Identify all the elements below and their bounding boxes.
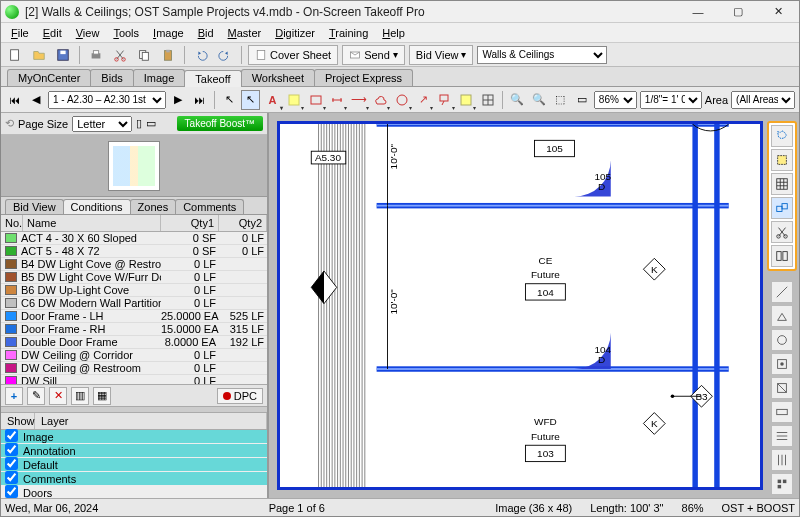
menu-view[interactable]: View <box>70 25 106 41</box>
cut-icon[interactable] <box>110 45 130 65</box>
col-no[interactable]: No. <box>1 215 23 231</box>
condition-row[interactable]: DW Ceiling @ Corridor0 LF <box>1 349 267 362</box>
menu-edit[interactable]: Edit <box>37 25 68 41</box>
menu-help[interactable]: Help <box>376 25 411 41</box>
rows-icon[interactable] <box>771 425 793 447</box>
backout-icon[interactable] <box>771 353 793 375</box>
page-size-select[interactable]: Letter <box>72 116 132 132</box>
area-select[interactable]: (All Areas) <box>731 91 795 109</box>
zoom-out-icon[interactable]: 🔍 <box>529 90 548 110</box>
compare-icon[interactable] <box>771 245 793 267</box>
condition-row[interactable]: DW Ceiling @ Restroom0 LF <box>1 362 267 375</box>
arrow-icon[interactable]: ↗▾ <box>414 90 433 110</box>
first-page-icon[interactable]: ⏮ <box>5 90 24 110</box>
add-button[interactable]: + <box>5 387 23 405</box>
callout-icon[interactable]: ▾ <box>435 90 454 110</box>
lasso-icon[interactable] <box>771 125 793 147</box>
col-layer[interactable]: Layer <box>35 413 267 429</box>
tab-bids[interactable]: Bids <box>90 69 133 86</box>
menu-training[interactable]: Training <box>323 25 374 41</box>
orient-landscape-icon[interactable]: ▭ <box>146 117 156 130</box>
layer-row[interactable]: Doors <box>1 486 267 498</box>
drawing-canvas[interactable]: A5.3010'-0"10'-0"105CEFuture104WFDFuture… <box>277 121 763 490</box>
page-thumbnail[interactable] <box>108 141 160 191</box>
paste-icon[interactable] <box>158 45 178 65</box>
save-icon[interactable] <box>53 45 73 65</box>
copy-icon[interactable] <box>134 45 154 65</box>
condition-row[interactable]: B6 DW Up-Light Cove0 LF <box>1 284 267 297</box>
link-icon[interactable]: ⟶▾ <box>349 90 368 110</box>
orient-portrait-icon[interactable]: ▯ <box>136 117 142 130</box>
select-icon[interactable]: ↖ <box>241 90 260 110</box>
panel-tab-bid-view[interactable]: Bid View <box>5 199 64 214</box>
linear-icon[interactable] <box>771 281 793 303</box>
layer-row[interactable]: Comments <box>1 472 267 486</box>
rect-count-icon[interactable] <box>771 401 793 423</box>
page-select[interactable]: 1 - A2.30 – A2.30 1st Floo <box>48 91 166 109</box>
menu-master[interactable]: Master <box>222 25 268 41</box>
panel-tab-comments[interactable]: Comments <box>175 199 244 214</box>
layer-row[interactable]: Image <box>1 430 267 444</box>
prev-page-icon[interactable]: ◀ <box>27 90 46 110</box>
edit-button[interactable]: ✎ <box>27 387 45 405</box>
tab-project express[interactable]: Project Express <box>314 69 413 86</box>
project-dropdown[interactable]: Walls & Ceilings <box>477 46 607 64</box>
dimension-icon[interactable]: ▾ <box>328 90 347 110</box>
condition-row[interactable]: ACT 4 - 30 X 60 Sloped0 SF0 LF <box>1 232 267 245</box>
highlight-icon[interactable]: ▾ <box>285 90 304 110</box>
cols-icon[interactable] <box>771 449 793 471</box>
menu-bid[interactable]: Bid <box>192 25 220 41</box>
open-icon[interactable] <box>29 45 49 65</box>
col-qty1[interactable]: Qty1 <box>161 215 219 231</box>
redo-icon[interactable] <box>215 45 235 65</box>
col-qty2[interactable]: Qty2 <box>219 215 267 231</box>
layer-row[interactable]: Annotation <box>1 444 267 458</box>
undo-icon[interactable] <box>191 45 211 65</box>
similar-icon[interactable] <box>771 197 793 219</box>
layer-checkbox[interactable] <box>5 457 18 470</box>
condition-row[interactable]: ACT 5 - 48 X 720 SF0 LF <box>1 245 267 258</box>
maximize-button[interactable]: ▢ <box>721 2 755 22</box>
close-button[interactable]: ✕ <box>761 2 795 22</box>
condition-row[interactable]: Door Frame - RH15.0000 EA315 LF <box>1 323 267 336</box>
layer-checkbox[interactable] <box>5 471 18 484</box>
zoom-fit-icon[interactable]: ⬚ <box>551 90 570 110</box>
col-name[interactable]: Name <box>23 215 161 231</box>
zoom-select[interactable]: 86% <box>594 91 637 109</box>
last-page-icon[interactable]: ⏭ <box>191 90 210 110</box>
takeoff-boost-button[interactable]: Takeoff Boost™ <box>177 116 263 131</box>
condition-row[interactable]: C6 DW Modern Wall Partition0 LF <box>1 297 267 310</box>
zoom-window-icon[interactable]: ▭ <box>572 90 591 110</box>
tab-myoncenter[interactable]: MyOnCenter <box>7 69 91 86</box>
menu-tools[interactable]: Tools <box>107 25 145 41</box>
tab-worksheet[interactable]: Worksheet <box>241 69 315 86</box>
menu-digitizer[interactable]: Digitizer <box>269 25 321 41</box>
menu-file[interactable]: File <box>5 25 35 41</box>
condition-row[interactable]: B5 DW Light Cove W/Furr Down0 LF <box>1 271 267 284</box>
layer-row[interactable]: Default <box>1 458 267 472</box>
cloud-icon[interactable]: ▾ <box>371 90 390 110</box>
panel-tab-zones[interactable]: Zones <box>130 199 177 214</box>
zoom-in-icon[interactable]: 🔍 <box>508 90 527 110</box>
cover-sheet-button[interactable]: Cover Sheet <box>248 45 338 65</box>
layer-checkbox[interactable] <box>5 485 18 498</box>
send-button[interactable]: Send ▾ <box>342 45 405 65</box>
more-icon[interactable] <box>771 473 793 495</box>
bid-view-button[interactable]: Bid View ▾ <box>409 45 474 65</box>
pointer-icon[interactable]: ↖ <box>220 90 239 110</box>
shape-rect-icon[interactable]: ▾ <box>306 90 325 110</box>
scissors-icon[interactable] <box>771 221 793 243</box>
tab-takeoff[interactable]: Takeoff <box>184 70 241 87</box>
condition-row[interactable]: Double Door Frame8.0000 EA192 LF <box>1 336 267 349</box>
condition-row[interactable]: Door Frame - LH25.0000 EA525 LF <box>1 310 267 323</box>
print-icon[interactable] <box>86 45 106 65</box>
next-page-icon[interactable]: ▶ <box>169 90 188 110</box>
count-icon[interactable] <box>771 329 793 351</box>
more2-icon[interactable] <box>771 497 793 498</box>
layer-checkbox[interactable] <box>5 443 18 456</box>
text-tool-icon[interactable]: A▾ <box>263 90 282 110</box>
area-icon[interactable] <box>771 305 793 327</box>
layer-checkbox[interactable] <box>5 429 18 442</box>
panel-tab-conditions[interactable]: Conditions <box>63 199 131 214</box>
col-show[interactable]: Show <box>1 413 35 429</box>
